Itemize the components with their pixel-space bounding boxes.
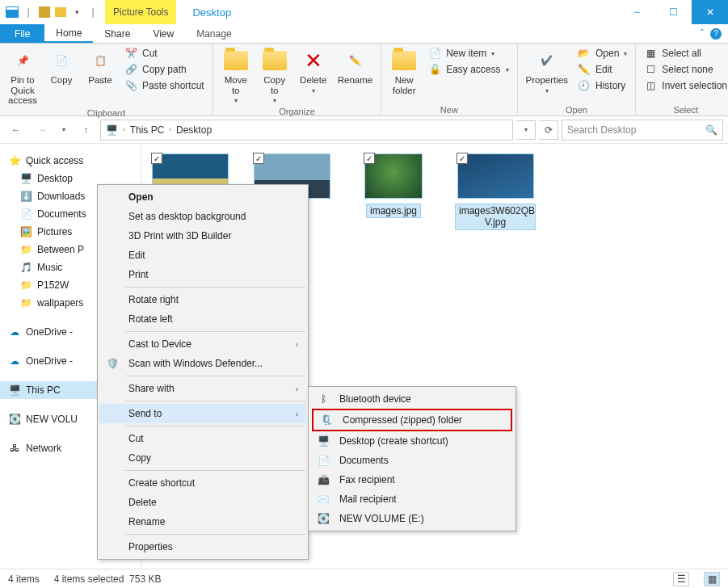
checkbox-icon[interactable]: ✓ — [457, 153, 468, 164]
window-controls: − ☐ ✕ — [619, 0, 728, 24]
group-select-label: Select — [641, 104, 728, 115]
select-all-icon: ▦ — [644, 47, 657, 60]
documents-icon: 📄 — [19, 208, 32, 220]
new-folder-button[interactable]: New folder — [386, 46, 422, 97]
ctx-send-to[interactable]: Send to› — [99, 404, 306, 423]
help-icon[interactable]: ? — [710, 28, 722, 40]
folder-icon: 📁 — [19, 296, 32, 309]
collapse-ribbon-icon[interactable]: ˆ — [701, 28, 704, 40]
properties-qat-icon[interactable] — [37, 5, 52, 19]
easy-access-button[interactable]: 🔓Easy access ▾ — [425, 62, 511, 77]
copy-to-button[interactable]: Copy to▾ — [257, 46, 292, 106]
invert-selection-icon: ◫ — [644, 79, 657, 92]
select-none-button[interactable]: ☐Select none — [641, 62, 728, 77]
sub-compressed[interactable]: 🗜️Compressed (zipped) folder — [314, 410, 511, 430]
ctx-print[interactable]: Print — [99, 265, 306, 284]
close-button[interactable]: ✕ — [692, 0, 728, 24]
sub-bluetooth[interactable]: ᛒBluetooth device — [310, 389, 514, 409]
sidebar-quick-access[interactable]: ⭐Quick access — [0, 152, 141, 170]
nav-back-button[interactable]: ← — [5, 120, 27, 141]
paste-icon: 📋 — [87, 48, 113, 74]
paste-shortcut-button[interactable]: 📎Paste shortcut — [121, 78, 208, 93]
checkbox-icon[interactable]: ✓ — [364, 153, 375, 164]
drive-icon: 💽 — [317, 512, 330, 525]
new-folder-qat-icon[interactable] — [53, 5, 68, 19]
thumb-caption: images3W602QB V.jpg — [455, 204, 536, 230]
new-item-button[interactable]: 📄New item ▾ — [425, 46, 511, 61]
properties-icon: ✔️ — [534, 48, 560, 74]
tab-file[interactable]: File — [0, 24, 44, 43]
search-input[interactable]: Search Desktop 🔍 — [562, 120, 723, 141]
tab-manage[interactable]: Manage — [185, 24, 242, 43]
ctx-cast[interactable]: Cast to Device› — [99, 334, 306, 354]
sub-volume[interactable]: 💽NEW VOLUME (E:) — [310, 509, 514, 528]
ctx-properties[interactable]: Properties — [99, 537, 306, 556]
ctx-share[interactable]: Share with› — [99, 379, 306, 398]
ctx-rotate-left[interactable]: Rotate left — [99, 309, 306, 329]
thumb-4[interactable]: ✓ images3W602QB V.jpg — [455, 153, 536, 230]
music-icon: 🎵 — [19, 261, 32, 274]
checkbox-icon[interactable]: ✓ — [151, 153, 162, 164]
ctx-rename[interactable]: Rename — [99, 512, 306, 531]
breadcrumb[interactable]: 🖥️ › This PC › Desktop — [100, 120, 513, 141]
pictures-icon: 🖼️ — [19, 225, 32, 238]
ctx-rotate-right[interactable]: Rotate right — [99, 290, 306, 309]
tab-view[interactable]: View — [141, 24, 185, 43]
qat-dropdown-icon[interactable]: ▾ — [69, 5, 84, 19]
view-icons-button[interactable]: ▦ — [704, 572, 720, 586]
delete-button[interactable]: ✕Delete▾ — [296, 46, 331, 96]
crumb-desktop[interactable]: Desktop — [176, 124, 212, 136]
sub-desktop-shortcut[interactable]: 🖥️Desktop (create shortcut) — [310, 431, 514, 451]
sub-fax[interactable]: 📠Fax recipient — [310, 470, 514, 489]
ctx-create-shortcut[interactable]: Create shortcut — [99, 473, 306, 493]
folder-icon: 📁 — [19, 243, 32, 256]
nav-up-button[interactable]: ↑ — [74, 120, 97, 141]
thumb-image: ✓ — [364, 153, 423, 199]
ctx-cut[interactable]: Cut — [99, 429, 306, 448]
properties-button[interactable]: ✔️Properties▾ — [523, 46, 571, 96]
checkbox-icon[interactable]: ✓ — [253, 153, 264, 164]
sub-mail[interactable]: ✉️Mail recipient — [310, 489, 514, 509]
refresh-button[interactable]: ⟳ — [539, 120, 558, 140]
ctx-set-bg[interactable]: Set as desktop background — [99, 207, 306, 226]
address-dropdown-button[interactable]: ▾ — [516, 120, 536, 140]
ctx-delete[interactable]: Delete — [99, 493, 306, 512]
tab-share[interactable]: Share — [93, 24, 141, 43]
crumb-this-pc[interactable]: This PC — [130, 124, 165, 136]
cut-button[interactable]: ✂️Cut — [121, 46, 208, 61]
sub-documents[interactable]: 📄Documents — [310, 451, 514, 470]
minimize-button[interactable]: − — [619, 0, 655, 24]
edit-button[interactable]: ✏️Edit — [574, 62, 630, 77]
ctx-copy[interactable]: Copy — [99, 448, 306, 468]
folder-icon: 📁 — [19, 279, 32, 292]
ctx-scan[interactable]: 🛡️Scan with Windows Defender... — [99, 354, 306, 373]
star-icon: ⭐ — [8, 154, 21, 167]
tab-home[interactable]: Home — [44, 24, 93, 43]
ctx-open[interactable]: Open — [99, 187, 306, 207]
desktop-icon: 🖥️ — [317, 435, 330, 447]
ctx-edit[interactable]: Edit — [99, 246, 306, 265]
view-details-button[interactable]: ☰ — [673, 572, 689, 586]
invert-selection-button[interactable]: ◫Invert selection — [641, 78, 728, 93]
thumb-3[interactable]: ✓ images.jpg — [353, 153, 434, 218]
maximize-button[interactable]: ☐ — [655, 0, 692, 24]
group-new-label: New — [386, 104, 511, 115]
copy-button[interactable]: 📄 Copy — [44, 46, 79, 87]
ctx-3d-print[interactable]: 3D Print with 3D Builder — [99, 226, 306, 246]
rename-button[interactable]: ✏️Rename — [335, 46, 376, 87]
context-menu: Open Set as desktop background 3D Print … — [97, 184, 309, 560]
paste-button[interactable]: 📋 Paste — [82, 46, 118, 87]
pin-quick-access-button[interactable]: 📌 Pin to Quick access — [5, 46, 40, 107]
chevron-right-icon: › — [296, 410, 298, 418]
zip-icon: 🗜️ — [320, 414, 333, 426]
select-all-button[interactable]: ▦Select all — [641, 46, 728, 61]
highlight-compressed: 🗜️Compressed (zipped) folder — [312, 409, 512, 431]
delete-icon: ✕ — [301, 48, 326, 74]
downloads-icon: ⬇️ — [19, 190, 32, 203]
copy-path-button[interactable]: 🔗Copy path — [121, 62, 208, 77]
nav-recent-button[interactable]: ▾ — [57, 120, 71, 141]
open-button[interactable]: 📂Open ▾ — [574, 46, 630, 61]
history-button[interactable]: 🕘History — [574, 78, 630, 93]
move-to-button[interactable]: Move to▾ — [218, 46, 254, 106]
nav-forward-button[interactable]: → — [31, 120, 53, 141]
